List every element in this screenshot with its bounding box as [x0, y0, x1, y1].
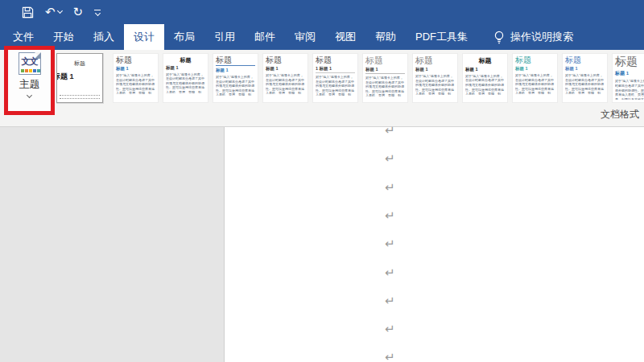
paragraph-mark: ↵ — [385, 153, 395, 165]
theme-swatch — [33, 69, 36, 72]
theme-swatch — [37, 69, 40, 72]
preview-heading1: 标题 1 — [415, 67, 455, 72]
tab-3[interactable]: 设计 — [124, 24, 164, 50]
style-set-item-bold-center[interactable]: 标题标题 1对于“插入”选项卡上的库，在设计时都充分考虑了其中的项与文档整体外观… — [462, 53, 508, 103]
page-fold — [35, 52, 41, 59]
tab-6[interactable]: 邮件 — [245, 24, 285, 50]
preview-body-text: 对于“插入”选项卡上的库，在设计时都充分考虑了其中的项与文档整体外观的协调性。您… — [166, 72, 205, 93]
tell-me-label: 操作说明搜索 — [510, 30, 573, 44]
ribbon-tab-bar: 文件开始插入设计布局引用邮件审阅视图帮助PDF工具集 操作说明搜索 — [0, 24, 644, 50]
preview-title: 标题 — [415, 56, 455, 65]
ribbon-tabs: 文件开始插入设计布局引用邮件审阅视图帮助PDF工具集 — [3, 24, 477, 50]
preview-heading1: 标题 1 — [266, 66, 305, 72]
themes-icon: 文文 — [19, 52, 41, 75]
style-set-item-default[interactable]: 标题标题 1对于“插入”选项卡上的库，在设计时都充分考虑了其中的项与文档整体外观… — [113, 53, 159, 103]
theme-swatch — [25, 69, 28, 72]
preview-body-text: 对于“插入”选项卡上的库，在设计时都充分考虑了其中的项与文档整体外观的协调性。您… — [365, 76, 405, 97]
preview-body-text: 对于“插入”选项卡上的库，在设计时都充分考虑了其中的项与文档整体外观的协调性。您… — [615, 79, 644, 100]
theme-color-swatches — [21, 69, 40, 72]
preview-dotted-line — [60, 95, 100, 96]
preview-title: 标题 — [116, 56, 155, 64]
annotation-red-box: 文文 主题 — [4, 46, 55, 115]
paragraph-mark: ↵ — [385, 295, 395, 307]
tab-4[interactable]: 布局 — [164, 24, 204, 50]
preview-title: 标题 — [216, 56, 255, 66]
preview-title: 标题 — [515, 56, 555, 64]
preview-title: 标题 — [166, 57, 205, 64]
style-set-item-teal[interactable]: 标题标题 1对于“插入”选项卡上的库，在设计时都充分考虑了其中的项与文档整体外观… — [512, 53, 558, 103]
themes-button-label: 主题 — [19, 77, 40, 92]
style-set-current[interactable]: 标题 标题 1 — [56, 53, 103, 103]
tab-8[interactable]: 视图 — [325, 24, 365, 50]
theme-swatch — [29, 69, 32, 72]
preview-heading1: 标题 1 — [515, 66, 555, 72]
paragraph-mark: ↵ — [385, 182, 395, 194]
undo-glyph: ↶ — [45, 6, 56, 19]
style-set-item-numbered[interactable]: 标题1 标题 1对于“插入”选项卡上的库，在设计时都充分考虑了其中的项与文档整体… — [312, 53, 358, 103]
style-set-item-center-bold[interactable]: 标题标题 1对于“插入”选项卡上的库，在设计时都充分考虑了其中的项与文档整体外观… — [163, 53, 208, 103]
preview-heading1: 标题 1 — [216, 68, 255, 73]
preview-heading1: 标题 1 — [615, 70, 644, 77]
style-set-item-plain[interactable]: 标题标题 1对于“插入”选项卡上的库，在设计时都充分考虑了其中的项与文档整体外观… — [262, 53, 308, 103]
title-bar: ↶ ↻ — [0, 0, 644, 24]
tab-5[interactable]: 引用 — [204, 24, 245, 50]
preview-title: 标题 — [465, 58, 505, 65]
quick-access-toolbar: ↶ ↻ — [16, 2, 106, 23]
lightbulb-icon — [493, 31, 505, 44]
undo-icon[interactable]: ↶ — [39, 2, 68, 23]
document-area: ↵↵↵↵↵↵↵↵↵ — [0, 127, 644, 362]
style-set-item-light-large[interactable]: 标题标题 1对于“插入”选项卡上的库，在设计时都充分考虑了其中的项与文档整体外观… — [362, 53, 408, 103]
preview-title: 标题 — [316, 56, 355, 64]
style-set-item-cut-large[interactable]: 标题标题 1对于“插入”选项卡上的库，在设计时都充分考虑了其中的项与文档整体外观… — [612, 53, 644, 103]
chevron-down-icon[interactable] — [27, 93, 32, 98]
preview-heading1: 标题 1 — [166, 65, 205, 71]
style-set-item-gray-large[interactable]: 标题标题 1对于“插入”选项卡上的库，在设计时都充分考虑了其中的项与文档整体外观… — [412, 53, 458, 103]
preview-body-text: 对于“插入”选项卡上的库，在设计时都充分考虑了其中的项与文档整体外观的协调性。您… — [266, 73, 305, 94]
preview-body-text: 对于“插入”选项卡上的库，在设计时都充分考虑了其中的项与文档整体外观的协调性。您… — [116, 73, 155, 94]
preview-title: 标题 — [57, 60, 102, 68]
paragraph-mark: ↵ — [385, 238, 395, 250]
preview-title: 标题 — [565, 56, 605, 64]
preview-heading1: 标题 1 — [465, 67, 505, 72]
preview-heading1: 1 标题 1 — [316, 66, 355, 73]
document-page[interactable]: ↵↵↵↵↵↵↵↵↵ — [224, 127, 644, 362]
preview-body-text: 对于“插入”选项卡上的库，在设计时都充分考虑了其中的项与文档整体外观的协调性。您… — [465, 74, 505, 95]
customize-qat-glyph — [94, 10, 101, 15]
preview-heading1: 标题 1 — [116, 66, 155, 72]
preview-title: 标题 — [615, 56, 644, 68]
preview-title: 标题 — [365, 56, 405, 65]
paragraph-mark: ↵ — [385, 323, 395, 335]
preview-dotted-line — [60, 98, 100, 99]
ribbon-design-panel: 文文 主题 标题 标题 1 标题标题 1对于“插入”选项卡上的库，在设计时都充分… — [0, 50, 644, 127]
preview-heading1: 标题 1 — [565, 66, 605, 72]
paragraph-mark: ↵ — [385, 210, 395, 222]
paragraph-mark: ↵ — [385, 352, 395, 362]
style-set-item-blue[interactable]: 标题标题 1对于“插入”选项卡上的库，在设计时都充分考虑了其中的项与文档整体外观… — [562, 53, 608, 103]
preview-heading1: 标题 1 — [365, 67, 405, 74]
theme-swatch — [21, 69, 24, 72]
undo-dropdown-caret[interactable] — [57, 8, 63, 14]
style-set-gallery: 标题 标题 1 标题标题 1对于“插入”选项卡上的库，在设计时都充分考虑了其中的… — [56, 53, 644, 105]
paragraph-mark: ↵ — [385, 267, 395, 279]
preview-body-text: 对于“插入”选项卡上的库，在设计时都充分考虑了其中的项与文档整体外观的协调性。您… — [515, 73, 555, 94]
preview-body-text: 对于“插入”选项卡上的库，在设计时都充分考虑了其中的项与文档整体外观的协调性。您… — [565, 73, 605, 94]
preview-title: 标题 — [266, 56, 305, 64]
preview-heading1: 标题 1 — [56, 72, 102, 82]
themes-button[interactable]: 文文 主题 — [8, 50, 51, 111]
redo-glyph: ↻ — [73, 6, 84, 19]
style-set-item-underline[interactable]: 标题标题 1对于“插入”选项卡上的库，在设计时都充分考虑了其中的项与文档整体外观… — [213, 53, 258, 103]
save-icon[interactable] — [16, 2, 39, 23]
paragraph-mark: ↵ — [385, 125, 395, 137]
preview-body-text: 对于“插入”选项卡上的库，在设计时都充分考虑了其中的项与文档整体外观的协调性。您… — [216, 75, 255, 96]
preview-body-text: 对于“插入”选项卡上的库，在设计时都充分考虑了其中的项与文档整体外观的协调性。您… — [415, 74, 455, 95]
group-label-document-formatting: 文档格式 — [601, 108, 639, 121]
tab-2[interactable]: 插入 — [84, 24, 124, 50]
customize-qat-icon[interactable] — [89, 2, 106, 23]
tell-me-search[interactable]: 操作说明搜索 — [493, 24, 573, 50]
tab-9[interactable]: 帮助 — [365, 24, 406, 50]
tab-7[interactable]: 审阅 — [285, 24, 325, 50]
preview-body-text: 对于“插入”选项卡上的库，在设计时都充分考虑了其中的项与文档整体外观的协调性。您… — [316, 75, 355, 96]
redo-icon[interactable]: ↻ — [68, 2, 89, 23]
tab-10[interactable]: PDF工具集 — [406, 24, 477, 50]
word-window: ↶ ↻ 文件开始插入设计布局引用邮件审阅视图帮助PDF工具集 — [0, 0, 644, 362]
